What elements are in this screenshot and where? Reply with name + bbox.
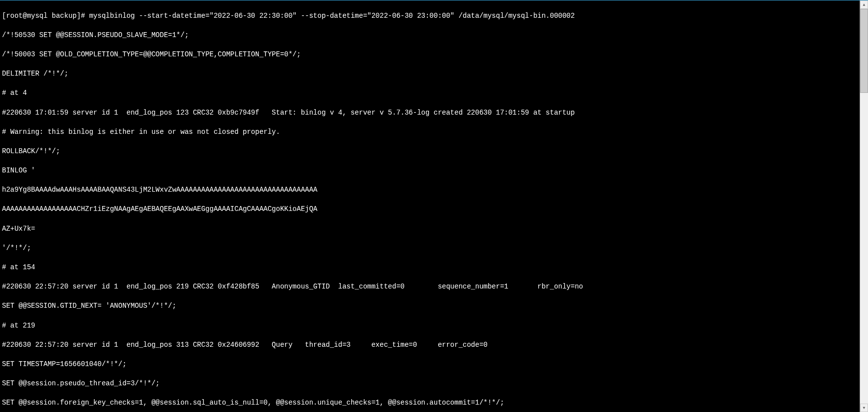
terminal-line: SET @@SESSION.GTID_NEXT= 'ANONYMOUS'/*!*…	[2, 301, 858, 311]
terminal-line: [root@mysql backup]# mysqlbinlog --start…	[2, 11, 858, 21]
terminal-line: BINLOG '	[2, 166, 858, 176]
scroll-down-arrow-icon[interactable]: ▼	[860, 404, 868, 412]
terminal-line: # at 4	[2, 88, 858, 98]
terminal-line: DELIMITER /*!*/;	[2, 69, 858, 79]
terminal-line: AZ+Ux7k=	[2, 224, 858, 234]
terminal-line: #220630 17:01:59 server id 1 end_log_pos…	[2, 108, 858, 118]
scroll-up-glyph: ▲	[863, 2, 866, 7]
terminal-line: # Warning: this binlog is either in use …	[2, 127, 858, 137]
terminal-line: # at 219	[2, 321, 858, 331]
terminal-output[interactable]: [root@mysql backup]# mysqlbinlog --start…	[0, 0, 860, 412]
terminal-line: ROLLBACK/*!*/;	[2, 147, 858, 157]
terminal-line: SET TIMESTAMP=1656601040/*!*/;	[2, 360, 858, 370]
terminal-line: #220630 22:57:20 server id 1 end_log_pos…	[2, 340, 858, 350]
terminal-line: /*!50530 SET @@SESSION.PSEUDO_SLAVE_MODE…	[2, 31, 858, 41]
terminal-line: SET @@session.pseudo_thread_id=3/*!*/;	[2, 379, 858, 389]
terminal-line: # at 154	[2, 263, 858, 273]
scroll-down-glyph: ▼	[863, 405, 866, 411]
terminal-line: SET @@session.foreign_key_checks=1, @@se…	[2, 398, 858, 408]
scroll-up-arrow-icon[interactable]: ▲	[860, 0, 868, 9]
terminal-line: AAAAAAAAAAAAAAAAAACHZr1iEzgNAAgAEgAEBAQE…	[2, 205, 858, 214]
terminal-line: '/*!*/;	[2, 244, 858, 253]
terminal-line: h2a9Yg8BAAAAdwAAAHsAAAABAAQANS43LjM2LWxv…	[2, 185, 858, 195]
vertical-scrollbar[interactable]: ▲ ▼	[860, 0, 868, 412]
terminal-line: #220630 22:57:20 server id 1 end_log_pos…	[2, 282, 858, 292]
scrollbar-thumb[interactable]	[860, 9, 868, 93]
terminal-line: /*!50003 SET @OLD_COMPLETION_TYPE=@@COMP…	[2, 50, 858, 60]
